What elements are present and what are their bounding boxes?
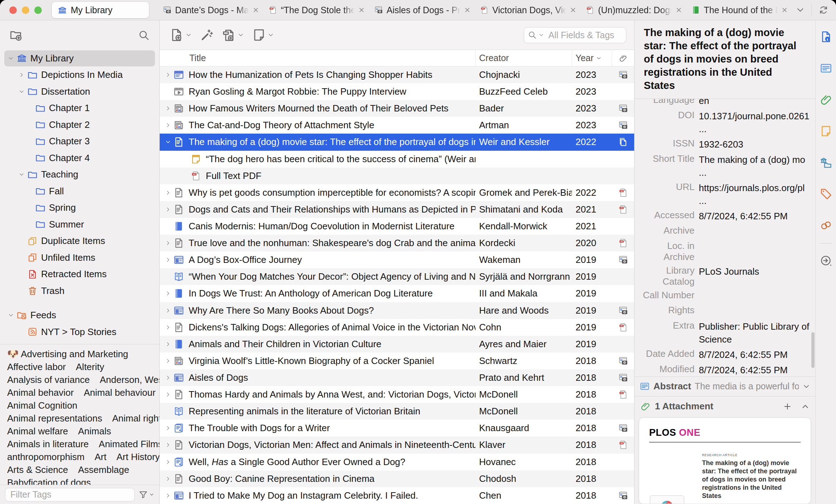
tag-animal-welfare[interactable]: Animal welfare	[7, 426, 68, 437]
new-item-button[interactable]	[168, 26, 194, 44]
tag-anthropomorphism[interactable]: anthropomorphism	[7, 451, 85, 463]
expander-closed-icon[interactable]	[163, 206, 173, 213]
field-value[interactable]: Publisher: Public Library of Science	[699, 320, 813, 346]
pdf-preview[interactable]: PLOS ONE Check for updates OPEN ACCESS	[639, 418, 811, 504]
item-row[interactable]: Canis Modernis: Human/Dog Coevolution in…	[160, 218, 634, 235]
rail-related-icon[interactable]	[820, 219, 832, 232]
tag-affective-labor[interactable]: Affective labor	[7, 361, 66, 373]
expander-closed-icon[interactable]	[163, 240, 173, 246]
tab-close-icon[interactable]	[252, 6, 260, 14]
expander-open-icon[interactable]	[163, 139, 173, 145]
field-value[interactable]: 1932-6203	[699, 138, 813, 151]
tag-animal-behavior[interactable]: Animal behavior	[7, 387, 74, 398]
item-row[interactable]: Why is pet goods consumption imperceptib…	[160, 184, 634, 201]
sidebar-item-unfiled-items[interactable]: Unfiled Items	[0, 249, 159, 266]
field-value[interactable]: 8/7/2024, 6:42:55 PM	[699, 364, 813, 376]
item-row[interactable]: Dogs and Cats and Their Relationships wi…	[160, 201, 634, 218]
sidebar-item-depictions-in-media[interactable]: Depictions In Media	[0, 67, 159, 84]
tab-list-chevron-icon[interactable]	[796, 5, 805, 15]
tag-animal-behaviour[interactable]: Animal behaviour	[84, 387, 155, 398]
sidebar-item-feeds[interactable]: Feeds	[0, 307, 159, 324]
item-row[interactable]: I Tried to Make My Dog an Instagram Cele…	[160, 487, 634, 504]
search-scope-chevron-icon[interactable]	[538, 32, 544, 38]
sidebar-item-dissertation[interactable]: Dissertation	[0, 83, 159, 100]
rail-attachments-icon[interactable]	[820, 93, 832, 106]
item-row[interactable]: How the Humanization of Pets Is Changing…	[160, 66, 634, 83]
tag-arts-science[interactable]: Arts & Science	[7, 464, 68, 475]
add-attachment-button[interactable]	[220, 26, 246, 44]
field-value[interactable]: PLoS Journals	[699, 265, 813, 278]
column-header-creator[interactable]: Creator	[476, 50, 572, 66]
sidebar-item-chapter-2[interactable]: Chapter 2	[0, 116, 159, 133]
expander-closed-icon[interactable]	[163, 493, 173, 499]
item-row[interactable]: The Trouble with Dogs for a WriterKnausg…	[160, 420, 634, 436]
tab-1[interactable]: Dante’s Dogs - Mang	[158, 0, 263, 20]
scrollbar-thumb[interactable]	[811, 332, 815, 368]
search-input[interactable]	[546, 30, 622, 40]
tag-art[interactable]: Art	[95, 451, 106, 463]
close-window-button[interactable]	[9, 6, 17, 14]
rail-locate-icon[interactable]	[820, 254, 832, 267]
item-row[interactable]: The Cat-and-Dog Theory of Attachment Sty…	[160, 117, 634, 134]
sidebar-item-nyt-top-stories[interactable]: NYT > Top Stories	[0, 324, 159, 340]
new-collection-button[interactable]	[9, 29, 23, 42]
tag-animals-in-literature[interactable]: Animals in literature	[7, 439, 89, 450]
tag-art-history[interactable]: Art History	[116, 451, 159, 463]
column-header-attachment[interactable]	[612, 50, 634, 66]
sidebar-item-chapter-1[interactable]: Chapter 1	[0, 100, 159, 117]
expander-closed-icon[interactable]	[163, 290, 173, 296]
expander-closed-icon[interactable]	[163, 425, 173, 431]
tab-5[interactable]: (Un)muzzled: Dogs i	[581, 0, 686, 20]
twisty-open-icon[interactable]	[16, 86, 27, 97]
expander-closed-icon[interactable]	[163, 459, 173, 465]
tag-animated-films[interactable]: Animated Films	[99, 439, 159, 450]
sidebar-item-duplicate-items[interactable]: Duplicate Items	[0, 233, 159, 250]
tag-anderson-wes[interactable]: Anderson, Wes	[100, 374, 159, 385]
child-row[interactable]: “The dog hero has been critical to the s…	[160, 151, 634, 168]
sidebar-item-teaching[interactable]: Teaching	[0, 166, 159, 183]
tag-alterity[interactable]: Alterity	[76, 361, 104, 373]
item-row[interactable]: Dickens's Talking Dogs: Allegories of An…	[160, 319, 634, 336]
tag-animal-cognition[interactable]: Animal Cognition	[7, 400, 78, 411]
sidebar-item-trash[interactable]: Trash	[0, 283, 159, 299]
twisty-open-icon[interactable]	[5, 53, 16, 64]
tag-animal-representations[interactable]: Animal representations	[7, 413, 102, 424]
attachments-header[interactable]: 1 Attachment	[635, 396, 815, 416]
item-row[interactable]: Representing animals in the literature o…	[160, 403, 634, 420]
tag-filter-chevron-icon[interactable]	[149, 492, 154, 497]
item-row[interactable]: The making of a (dog) movie star: The ef…	[160, 134, 634, 150]
field-value[interactable]: 8/7/2024, 6:42:55 PM	[699, 210, 813, 223]
tab-close-icon[interactable]	[358, 6, 365, 14]
sidebar-item-chapter-3[interactable]: Chapter 3	[0, 133, 159, 150]
item-row[interactable]: “When Your Dog Matches Your Decor”: Obje…	[160, 268, 634, 285]
abstract-row[interactable]: Abstract The media is a powerful forc...	[635, 376, 815, 396]
item-row[interactable]: A Dog’s Box-Office JourneyWakeman2019	[160, 251, 634, 268]
field-value[interactable]: The making of a (dog) mo ...	[699, 153, 813, 179]
collapse-chevron-icon[interactable]	[801, 402, 810, 411]
child-row[interactable]: Full Text PDF	[160, 168, 634, 184]
new-note-button[interactable]	[250, 26, 276, 44]
tag-analysis-of-variance[interactable]: Analysis of variance	[7, 374, 90, 385]
expander-closed-icon[interactable]	[163, 341, 173, 347]
item-row[interactable]: Virginia Woolf’s Little-Known Biography …	[160, 353, 634, 369]
expander-closed-icon[interactable]	[163, 442, 173, 448]
item-row[interactable]: Animals and Their Children in Victorian …	[160, 336, 634, 353]
rail-abstract-icon[interactable]	[820, 62, 832, 75]
item-row[interactable]: Well, Has a Single Good Author Ever Owne…	[160, 454, 634, 470]
field-value[interactable]: en	[699, 99, 813, 107]
sidebar-item-chapter-4[interactable]: Chapter 4	[0, 150, 159, 166]
twisty-open-icon[interactable]	[16, 169, 27, 180]
sidebar-item-retracted-items[interactable]: Retracted Items	[0, 266, 159, 283]
sidebar-item-spring[interactable]: Spring	[0, 200, 159, 216]
column-header-year[interactable]: Year	[572, 50, 612, 66]
tab-close-icon[interactable]	[675, 6, 683, 14]
tab-2[interactable]: “The Dog Stole the P	[263, 0, 369, 20]
rail-notes-icon[interactable]	[820, 125, 832, 138]
tag-animal-rights[interactable]: Animal rights	[112, 413, 159, 424]
tab-4[interactable]: Victorian Dogs, Victo	[475, 0, 581, 20]
add-by-identifier-button[interactable]	[198, 26, 216, 44]
zoom-window-button[interactable]	[34, 6, 42, 14]
expander-closed-icon[interactable]	[163, 190, 173, 196]
expander-closed-icon[interactable]	[163, 476, 173, 482]
tab-close-icon[interactable]	[781, 6, 788, 14]
